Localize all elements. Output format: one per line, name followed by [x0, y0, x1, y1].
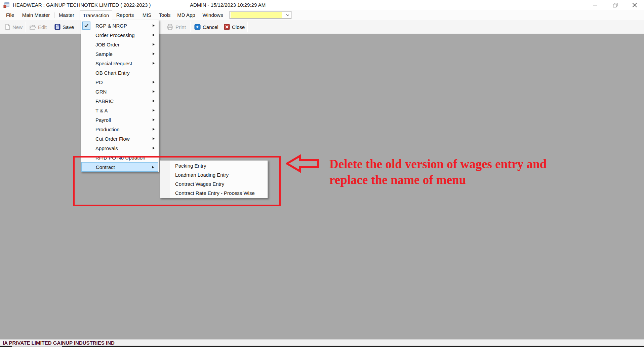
- new-document-icon: [5, 24, 10, 30]
- toolbar-separator: [26, 22, 26, 32]
- menu-bar: File Main Master Master Transaction Repo…: [0, 10, 644, 20]
- edit-folder-icon: [30, 24, 36, 30]
- submenu-arrow-icon: [153, 90, 155, 93]
- print-button-label: Print: [175, 24, 186, 30]
- status-bar: IA PRIVATE LIMITED GAINUP INDUSTRIES IND: [0, 339, 644, 346]
- toolbar-separator: [78, 22, 78, 32]
- menu-mis[interactable]: MIS: [138, 10, 155, 20]
- menu-md-app[interactable]: MD App: [175, 10, 198, 20]
- submenu-arrow-icon: [153, 62, 155, 65]
- menu-item-label: GRN: [95, 89, 107, 95]
- menu-item-t-and-a[interactable]: T & A: [81, 106, 159, 115]
- close-red-icon: [224, 24, 230, 30]
- menu-item-job-order[interactable]: JOB Order: [81, 40, 159, 49]
- menu-master[interactable]: Master: [56, 10, 77, 20]
- session-info: ADMIN - 15/12/2023 10:29:29 AM: [190, 2, 266, 8]
- menu-tools[interactable]: Tools: [156, 10, 173, 20]
- submenu-arrow-icon: [153, 53, 155, 55]
- menu-item-grn[interactable]: GRN: [81, 87, 159, 96]
- toolbar-separator: [190, 22, 191, 32]
- menu-item-order-processing[interactable]: Order Processing: [81, 30, 159, 40]
- menu-item-label: Sample: [95, 51, 113, 57]
- print-button[interactable]: Print: [165, 22, 187, 32]
- annotation-line-2: replace the name of menu: [329, 172, 571, 188]
- cancel-button[interactable]: Cancel: [193, 22, 220, 32]
- submenu-arrow-icon: [153, 118, 155, 121]
- chevron-down-icon: [286, 13, 290, 17]
- menu-item-payroll[interactable]: Payroll: [81, 115, 159, 125]
- quick-select-combobox[interactable]: [230, 11, 291, 19]
- menu-item-production[interactable]: Production: [81, 125, 159, 134]
- new-button[interactable]: New: [3, 22, 24, 32]
- restore-icon: [613, 3, 617, 7]
- menu-item-label: Production: [95, 127, 120, 132]
- menu-windows[interactable]: Windows: [200, 10, 226, 20]
- menu-file[interactable]: File: [3, 10, 17, 20]
- new-button-label: New: [12, 24, 23, 30]
- menu-item-po[interactable]: PO: [81, 77, 159, 87]
- edit-button-label: Edit: [38, 24, 47, 30]
- menu-item-ob-chart-entry[interactable]: OB Chart Entry: [81, 68, 159, 77]
- menu-item-label: Payroll: [95, 117, 111, 123]
- menu-item-label: PO: [95, 79, 103, 85]
- close-button[interactable]: Close: [223, 22, 246, 32]
- bottom-edge-strip: [0, 346, 644, 347]
- menu-reports[interactable]: Reports: [114, 10, 136, 20]
- menu-main-master[interactable]: Main Master: [19, 10, 53, 20]
- submenu-arrow-icon: [153, 24, 155, 27]
- restore-button[interactable]: [608, 0, 622, 10]
- printer-icon: [167, 24, 173, 30]
- menu-item-label: Cut Order Flow: [95, 136, 130, 142]
- menu-item-sample[interactable]: Sample: [81, 49, 159, 59]
- app-icon: [3, 2, 9, 8]
- toolbar-separator: [163, 22, 163, 32]
- submenu-arrow-icon: [153, 128, 155, 131]
- window-title: HEADWEAR : GAINUP TECHNOTEK LIMITED ( 20…: [13, 2, 151, 8]
- save-button[interactable]: Save: [53, 22, 75, 32]
- submenu-arrow-icon: [153, 100, 155, 102]
- menu-item-fabric[interactable]: FABRIC: [81, 96, 159, 106]
- menu-item-label: Approvals: [95, 145, 118, 151]
- menu-item-rgp-nrgp[interactable]: RGP & NRGP: [81, 21, 159, 30]
- menu-item-label: Order Processing: [95, 32, 135, 38]
- save-button-label: Save: [63, 24, 74, 30]
- annotation-left-arrow-icon: [286, 154, 320, 173]
- submenu-arrow-icon: [153, 137, 155, 140]
- checkmark-icon: [82, 22, 90, 30]
- toolbar-separator: [51, 22, 51, 32]
- close-window-button[interactable]: [627, 0, 642, 10]
- menu-transaction[interactable]: Transaction: [80, 10, 112, 20]
- cancel-button-label: Cancel: [203, 24, 218, 30]
- menu-item-label: OB Chart Entry: [95, 70, 130, 76]
- save-floppy-icon: [54, 24, 61, 30]
- menu-item-label: FABRIC: [95, 98, 114, 104]
- menu-bar-separator: [54, 12, 54, 18]
- title-bar: HEADWEAR : GAINUP TECHNOTEK LIMITED ( 20…: [0, 0, 644, 10]
- menu-item-label: Special Request: [95, 61, 132, 66]
- menu-item-label: JOB Order: [95, 42, 120, 47]
- quick-select-value: [231, 12, 282, 18]
- submenu-arrow-icon: [153, 43, 155, 46]
- bottom-edge-light-segment: [12, 346, 62, 347]
- submenu-arrow-icon: [153, 34, 155, 36]
- minimize-button[interactable]: [588, 0, 602, 10]
- toolbar-separator: [220, 22, 220, 32]
- menu-item-label: RGP & NRGP: [95, 23, 127, 29]
- menu-item-label: T & A: [95, 108, 108, 113]
- close-icon: [632, 3, 637, 7]
- transaction-dropdown-menu: RGP & NRGP Order Processing JOB Order Sa…: [81, 20, 159, 172]
- submenu-arrow-icon: [153, 147, 155, 149]
- edit-button[interactable]: Edit: [28, 22, 48, 32]
- application-window: HEADWEAR : GAINUP TECHNOTEK LIMITED ( 20…: [0, 0, 644, 347]
- annotation-text: Delete the old version of wages entry an…: [329, 156, 571, 188]
- annotation-rectangle: [73, 156, 281, 206]
- menu-item-approvals[interactable]: Approvals: [81, 143, 159, 153]
- status-bar-text: IA PRIVATE LIMITED GAINUP INDUSTRIES IND: [3, 340, 115, 346]
- submenu-arrow-icon: [153, 109, 155, 112]
- cancel-icon: [194, 24, 201, 30]
- submenu-arrow-icon: [153, 81, 155, 83]
- minimize-icon: [593, 5, 597, 5]
- menu-item-cut-order-flow[interactable]: Cut Order Flow: [81, 134, 159, 143]
- menu-item-special-request[interactable]: Special Request: [81, 59, 159, 68]
- toolbar-separator: [247, 22, 248, 32]
